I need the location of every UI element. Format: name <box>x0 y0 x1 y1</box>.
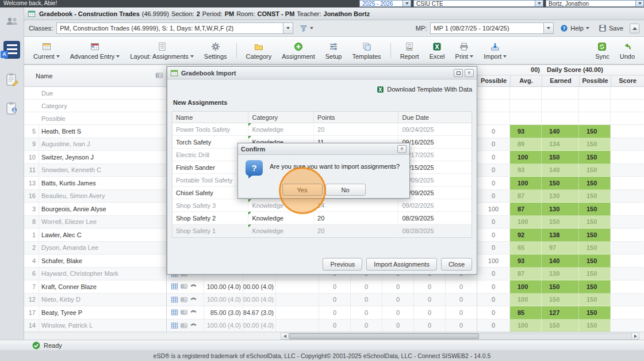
score-cell[interactable]: 0 <box>319 306 351 320</box>
import-assignment-row[interactable]: Shop Safety 2Knowledge2008/29/2025 <box>172 212 471 225</box>
import-assignment-row[interactable]: Shop Safety 3Knowledge2409/02/2025 <box>172 199 471 212</box>
phone-icon[interactable] <box>190 322 197 329</box>
yes-button[interactable]: Yes <box>282 184 323 196</box>
score-cell[interactable]: 0 <box>414 320 446 332</box>
toolbar-button-layout-assignments[interactable]: Layout: Assignments <box>125 40 198 61</box>
column-header-name[interactable]: Name <box>172 112 248 123</box>
close-button[interactable]: Close <box>441 258 472 271</box>
grade-cell[interactable]: 85.00 (3.0) <box>204 306 243 320</box>
staff-select[interactable]: Bortz, Jonathon <box>546 0 644 7</box>
score-cell[interactable]: 0 <box>351 294 382 307</box>
column-header-due-date[interactable]: Due Date <box>398 112 471 123</box>
chevron-down-icon[interactable] <box>283 23 293 33</box>
score-cell[interactable]: 0 <box>382 320 414 332</box>
student-name[interactable]: Hayward, Christopher Mark <box>39 268 167 281</box>
avg-column-header[interactable]: Avg. <box>511 75 542 86</box>
student-name[interactable]: Beaty, Tyree P <box>39 306 167 320</box>
toolbar-button-setup[interactable]: Setup <box>321 40 347 61</box>
close-icon[interactable]: × <box>397 145 407 153</box>
download-template-link[interactable]: X Download Template With Data <box>172 83 472 95</box>
daily-possible-column-header[interactable]: Possible <box>580 75 611 86</box>
student-name[interactable]: Nieto, Kirby D <box>39 294 167 307</box>
marking-period-select[interactable]: MP 1 (08/27/25 - 10/24/25) <box>430 22 554 34</box>
name-column-header[interactable]: Name <box>24 65 167 86</box>
toolbar-button-templates[interactable]: Templates <box>347 40 385 61</box>
student-name[interactable]: Batts, Kurtis James <box>39 177 167 190</box>
seatgrid-icon[interactable] <box>171 322 178 329</box>
score-cell[interactable]: 0 <box>382 294 414 307</box>
score-cell[interactable]: 0 <box>446 320 477 332</box>
filter-button[interactable] <box>297 23 316 33</box>
student-name[interactable]: Bourgeois, Annie Alyse <box>39 203 167 216</box>
grade-cell[interactable]: 100.00 (4.0) <box>204 280 243 294</box>
seatgrid-icon[interactable] <box>171 296 178 303</box>
scrollbar-thumb[interactable] <box>289 333 479 339</box>
student-name[interactable]: Beaulieu, Simon Avery <box>39 190 167 203</box>
grade-cell[interactable]: 100.00 (4.0) <box>204 320 243 332</box>
toolbar-button-advanced-entry[interactable]: Advanced Entry <box>66 40 125 61</box>
toolbar-button-report[interactable]: Report <box>396 40 424 61</box>
toolbar-button-print[interactable]: Print <box>451 40 478 61</box>
import-assignments-button[interactable]: Import Assignments <box>366 258 437 271</box>
import-assignment-row[interactable]: Shop Safety 1Knowledge2008/28/2025 <box>172 225 471 237</box>
horizontal-scrollbar[interactable] <box>281 333 639 340</box>
seatgrid-icon[interactable] <box>171 309 178 316</box>
no-button[interactable]: No <box>325 184 366 196</box>
phone-icon[interactable] <box>190 309 197 316</box>
students-icon[interactable] <box>5 17 19 27</box>
score-cell[interactable]: 0 <box>382 280 414 294</box>
toolbar-button-category[interactable]: Category <box>241 40 277 61</box>
idcard-icon[interactable] <box>180 296 188 303</box>
score-cell[interactable]: 0 <box>414 294 446 307</box>
student-name[interactable]: Lawler, Alec C <box>39 229 167 242</box>
toolbar-button-undo[interactable]: Undo <box>615 40 639 61</box>
classes-select[interactable]: PM, Construction Trades (46.9999), S: 1,… <box>56 22 293 34</box>
toolbar-button-assignment[interactable]: Assignment <box>277 40 319 61</box>
help-button[interactable]: ? Help <box>557 23 592 33</box>
save-button[interactable]: Save <box>596 23 626 33</box>
phone-icon[interactable] <box>190 296 197 303</box>
collapse-button[interactable] <box>630 24 639 33</box>
score-cell[interactable]: 0 <box>414 280 446 294</box>
building-select[interactable]: CSIU CTE <box>413 0 543 7</box>
toolbar-button-import[interactable]: Import <box>479 40 511 61</box>
toolbar-button-excel[interactable]: XExcel <box>425 40 450 61</box>
score-cell[interactable]: 0 <box>351 280 382 294</box>
roster-clipboard-icon[interactable] <box>5 101 20 116</box>
score-cell[interactable]: 0 <box>319 280 351 294</box>
roster-card-icon[interactable] <box>155 71 163 79</box>
idcard-icon[interactable] <box>180 322 188 329</box>
student-name[interactable]: Schafer, Blake <box>39 254 167 268</box>
idcard-icon[interactable] <box>180 283 188 290</box>
grade-cell[interactable]: 100.00 (4.0) <box>243 280 276 294</box>
score-cell[interactable]: 0 <box>382 306 414 320</box>
student-name[interactable]: Kraft, Conner Blaze <box>39 280 167 294</box>
school-year-select[interactable]: 2025 - 2026 <box>359 0 411 7</box>
score-cell[interactable]: 0 <box>446 306 477 320</box>
student-name[interactable]: Winslow, Patrick L <box>39 320 167 332</box>
dialog-titlebar[interactable]: Gradebook Import × <box>167 67 477 79</box>
grade-cell[interactable]: 100.00 (4.0) <box>243 320 276 332</box>
grade-cell[interactable]: 84.67 (3.0) <box>243 306 276 320</box>
student-name[interactable]: Worrell, Eliezer Lee <box>39 216 167 229</box>
chevron-down-icon[interactable] <box>543 23 553 33</box>
column-header-points[interactable]: Points <box>314 112 398 123</box>
student-name[interactable]: Dyson, Amanda Lee <box>39 242 167 255</box>
student-name[interactable]: Heath, Brett S <box>39 125 167 138</box>
possible-column-header[interactable]: Possible <box>477 75 511 86</box>
seatgrid-icon[interactable] <box>171 283 178 290</box>
previous-button[interactable]: Previous <box>323 258 362 271</box>
assignments-clipboard-icon[interactable] <box>5 73 20 88</box>
score-cell[interactable]: 0 <box>319 294 351 307</box>
score-cell[interactable]: 0 <box>414 306 446 320</box>
student-name[interactable]: Augustine, Ivan J <box>39 138 167 151</box>
gradebook-icon[interactable] <box>3 41 20 59</box>
score-cell[interactable]: 0 <box>351 306 382 320</box>
column-header-category[interactable]: Category <box>248 112 314 123</box>
score-cell[interactable]: 0 <box>351 320 382 332</box>
scroll-left-button[interactable] <box>281 333 289 339</box>
toolbar-button-sync[interactable]: Sync <box>591 40 614 61</box>
phone-icon[interactable] <box>190 283 197 290</box>
score-cell[interactable]: 0 <box>446 280 477 294</box>
import-assignment-row[interactable]: Power Tools SafetyKnowledge2009/24/2025 <box>172 123 471 136</box>
